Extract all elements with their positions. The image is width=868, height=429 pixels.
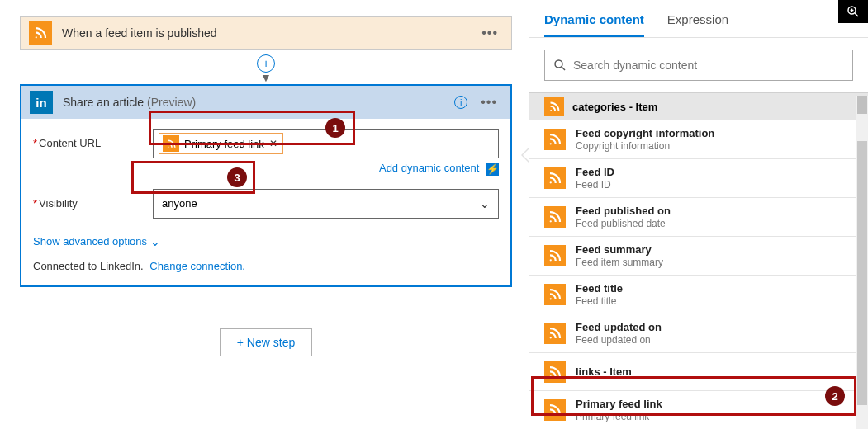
dynamic-item-subtitle: Feed updated on <box>576 334 662 346</box>
dynamic-content-item[interactable]: Feed titleFeed title <box>529 276 868 314</box>
dynamic-content-item[interactable]: links - Item <box>529 353 868 391</box>
scroll-thumb[interactable] <box>857 96 867 114</box>
dynamic-item-title: Feed summary <box>576 243 663 256</box>
svg-point-16 <box>550 413 552 415</box>
svg-point-5 <box>167 146 168 148</box>
chevron-down-icon: ⌄ <box>480 197 490 210</box>
action-card: in Share an article (Preview) i ••• *Con… <box>20 84 512 287</box>
insert-step-button[interactable]: + <box>257 54 275 73</box>
dynamic-item-title: Feed published on <box>576 205 671 217</box>
zoom-in-button[interactable] <box>838 0 868 23</box>
svg-point-11 <box>550 220 552 222</box>
dynamic-content-item[interactable]: Feed IDFeed ID <box>529 159 868 198</box>
svg-point-9 <box>550 143 552 144</box>
dynamic-item-subtitle: Feed ID <box>576 179 614 191</box>
chevron-down-icon: ⌄ <box>150 235 160 248</box>
dynamic-item-title: Feed copyright information <box>576 127 714 139</box>
arrow-down-icon: ▼ <box>260 71 272 84</box>
dynamic-item-subtitle: Copyright information <box>576 140 714 152</box>
rss-icon <box>544 206 566 228</box>
info-icon[interactable]: i <box>454 96 467 109</box>
visibility-select[interactable]: anyone ⌄ <box>153 189 499 219</box>
dynamic-content-item[interactable]: Feed summaryFeed item summary <box>529 237 868 276</box>
tab-dynamic-content[interactable]: Dynamic content <box>544 6 644 37</box>
show-advanced-link[interactable]: Show advanced options⌄ <box>33 235 160 248</box>
svg-line-1 <box>855 13 858 16</box>
svg-point-13 <box>550 298 552 299</box>
dynamic-item-subtitle: Feed published date <box>576 218 671 229</box>
dynamic-content-item[interactable]: Feed copyright informationCopyright info… <box>529 120 868 159</box>
rss-icon <box>544 323 566 344</box>
search-field[interactable] <box>573 59 844 72</box>
change-connection-link[interactable]: Change connection. <box>149 260 245 272</box>
scroll-thumb[interactable] <box>857 141 867 405</box>
dynamic-content-item[interactable]: Feed published onFeed published date <box>529 198 868 237</box>
rss-icon <box>544 167 566 189</box>
svg-point-4 <box>36 36 37 38</box>
linkedin-icon: in <box>30 91 53 114</box>
rss-icon <box>544 399 566 421</box>
more-icon[interactable]: ••• <box>476 95 502 110</box>
dynamic-content-list: Feed copyright informationCopyright info… <box>529 120 868 429</box>
connector: + ▼ <box>20 50 512 84</box>
dynamic-item-title: links - Item <box>576 365 632 378</box>
panel-tabs: Dynamic content Expression <box>529 0 868 38</box>
new-step-button[interactable]: + New step <box>220 328 312 356</box>
search-icon <box>553 59 567 72</box>
dynamic-content-panel: Dynamic content Expression categories - … <box>529 0 868 429</box>
rss-icon <box>544 361 566 383</box>
dynamic-item-title: Feed updated on <box>576 321 662 333</box>
trigger-title: When a feed item is published <box>62 26 477 40</box>
dynamic-item-subtitle: Feed title <box>576 295 623 307</box>
dynamic-item-title: Primary feed link <box>576 398 662 410</box>
svg-point-8 <box>550 109 552 111</box>
content-url-input[interactable]: Primary feed link ✕ <box>153 129 499 158</box>
dynamic-section-header: categories - Item <box>529 92 868 120</box>
svg-point-6 <box>555 60 562 68</box>
svg-point-12 <box>550 259 552 261</box>
more-icon[interactable]: ••• <box>477 26 503 40</box>
dynamic-item-subtitle: Feed item summary <box>576 257 663 268</box>
add-dynamic-icon[interactable]: ⚡ <box>486 163 499 176</box>
rss-icon <box>544 97 564 116</box>
trigger-card[interactable]: When a feed item is published ••• <box>20 16 512 50</box>
rss-icon <box>29 21 52 45</box>
scrollbar[interactable] <box>856 96 868 429</box>
add-dynamic-content-link[interactable]: Add dynamic content <box>379 162 479 174</box>
visibility-label: *Visibility <box>33 189 153 210</box>
rss-icon <box>544 245 566 266</box>
search-dynamic-input[interactable] <box>544 50 853 81</box>
rss-icon <box>163 135 179 152</box>
content-url-label: *Content URL <box>33 129 153 149</box>
action-header[interactable]: in Share an article (Preview) i ••• <box>21 86 510 119</box>
svg-point-15 <box>550 375 552 377</box>
svg-point-10 <box>550 182 552 183</box>
token-primary-feed-link[interactable]: Primary feed link ✕ <box>159 133 283 154</box>
connection-info: Connected to LinkedIn. Change connection… <box>33 260 499 272</box>
dynamic-item-title: Feed ID <box>576 166 614 178</box>
visibility-value: anyone <box>162 197 197 210</box>
svg-point-14 <box>550 337 552 338</box>
svg-line-7 <box>562 67 565 70</box>
token-remove-icon[interactable]: ✕ <box>269 138 277 149</box>
dynamic-item-subtitle: Primary feed link <box>576 411 662 422</box>
rss-icon <box>544 129 566 150</box>
action-preview-label: (Preview) <box>147 96 196 109</box>
tab-expression[interactable]: Expression <box>667 6 728 37</box>
dynamic-item-title: Feed title <box>576 282 623 295</box>
action-title: Share an article <box>63 96 144 109</box>
rss-icon <box>544 284 566 305</box>
dynamic-content-item[interactable]: Feed updated onFeed updated on <box>529 314 868 353</box>
dynamic-content-item[interactable]: Primary feed linkPrimary feed link <box>529 391 868 429</box>
